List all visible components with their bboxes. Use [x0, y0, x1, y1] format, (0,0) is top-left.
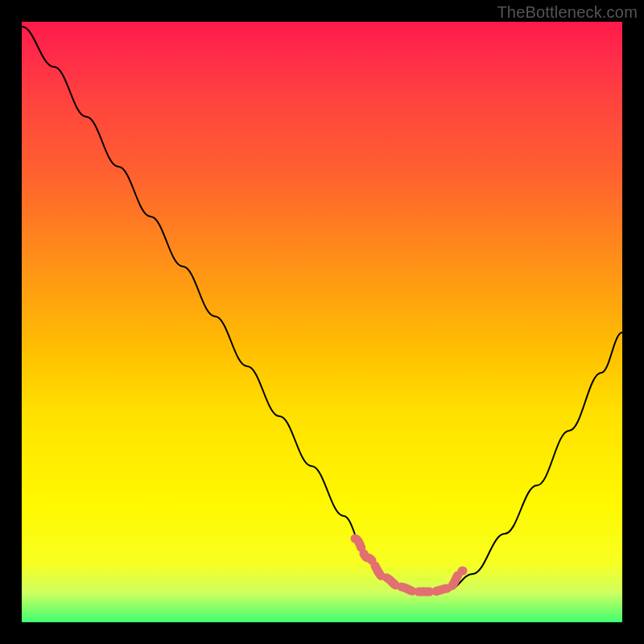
watermark-text: TheBottleneck.com [497, 3, 638, 22]
highlight-band [355, 539, 463, 592]
curve-svg [22, 22, 622, 622]
chart-area [22, 22, 622, 622]
bottleneck-curve [22, 27, 622, 593]
